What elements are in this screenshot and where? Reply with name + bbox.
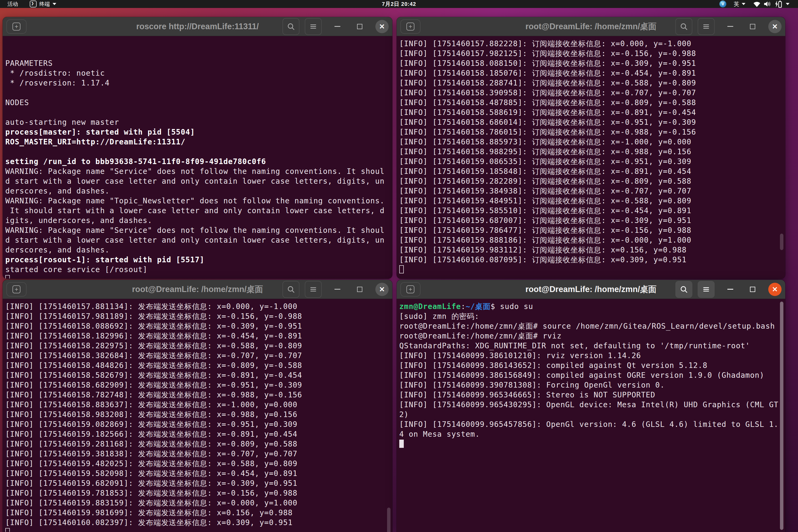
focused-app-menu[interactable]: 终端 bbox=[30, 0, 56, 8]
text-cursor bbox=[399, 265, 404, 273]
terminal-line: [INFO] [1751460158.885973]: 订阅端接收坐标信息: x… bbox=[399, 137, 785, 147]
ime-badge-icon[interactable]: V bbox=[719, 1, 726, 7]
terminal-line: [INFO] [1751460158.782748]: 发布端发送坐标信息: x… bbox=[5, 390, 392, 400]
terminal-line: [INFO] [1751460099.390781308]: Forcing O… bbox=[399, 380, 785, 390]
terminal-line: [INFO] [1751460159.983112]: 订阅端接收坐标信息: x… bbox=[399, 245, 785, 255]
terminal-output-roscore[interactable]: PARAMETERS * /rosdistro: noetic * /rosve… bbox=[3, 36, 392, 279]
new-tab-button[interactable]: + bbox=[6, 282, 26, 297]
menu-button[interactable] bbox=[305, 18, 322, 35]
new-tab-button[interactable]: + bbox=[400, 282, 420, 297]
terminal-line: [INFO] [1751460158.282975]: 发布端发送坐标信息: x… bbox=[5, 341, 392, 351]
window-controls: ✕ bbox=[676, 18, 781, 35]
top-bar-left: 活动 终端 bbox=[0, 0, 719, 8]
new-tab-button[interactable]: + bbox=[400, 19, 420, 34]
terminal-line bbox=[5, 108, 392, 117]
maximize-button[interactable] bbox=[353, 283, 366, 296]
activities-button[interactable]: 活动 bbox=[7, 0, 18, 8]
scrollbar-thumb[interactable] bbox=[780, 302, 783, 530]
terminal-line: [INFO] [1751460159.888186]: 订阅端接收坐标信息: x… bbox=[399, 235, 785, 245]
terminal-line: [INFO] [1751460159.282289]: 订阅端接收坐标信息: x… bbox=[399, 176, 785, 186]
close-button[interactable]: ✕ bbox=[375, 283, 388, 296]
close-button[interactable]: ✕ bbox=[768, 20, 781, 33]
terminal-window-shell: + root@DreamLife: /home/zmn/桌面 ✕ zmn@Dre… bbox=[397, 280, 785, 532]
terminal-line: [INFO] [1751460159.687007]: 订阅端接收坐标信息: x… bbox=[399, 215, 785, 225]
titlebar[interactable]: + roscore http://DreamLife:11311/ ✕ bbox=[3, 17, 392, 36]
search-button[interactable] bbox=[283, 18, 300, 35]
terminal-output-publisher[interactable]: [INFO] [1751460157.881134]: 发布端发送坐标信息: x… bbox=[3, 299, 392, 532]
terminal-line: [INFO] [1751460099.965346665]: Stereo is… bbox=[399, 390, 785, 400]
focused-app-name: 终端 bbox=[39, 1, 50, 8]
terminal-output-subscriber[interactable]: [INFO] [1751460157.882228]: 订阅端接收坐标信息: x… bbox=[397, 36, 785, 279]
maximize-button[interactable] bbox=[746, 283, 759, 296]
terminal-line: 4 on Mesa system. bbox=[399, 429, 785, 439]
close-button[interactable]: ✕ bbox=[768, 283, 781, 296]
text-cursor bbox=[399, 440, 404, 448]
terminal-cursor-line bbox=[399, 265, 785, 274]
desktop: 活动 终端 7月2日 20:42 V 英 bbox=[0, 0, 798, 532]
input-source-button[interactable]: 英 bbox=[734, 0, 745, 8]
terminal-line bbox=[5, 88, 392, 98]
terminal-line: [INFO] [1751460159.883159]: 发布端发送坐标信息: x… bbox=[5, 498, 392, 508]
minimize-button[interactable] bbox=[331, 20, 344, 33]
search-button[interactable] bbox=[676, 281, 692, 298]
minimize-icon bbox=[727, 289, 733, 290]
search-button[interactable] bbox=[283, 281, 300, 298]
terminal-line: derscores, and dashes. bbox=[5, 186, 392, 196]
terminal-line: [INFO] [1751460099.386143652]: compiled … bbox=[399, 361, 785, 370]
new-tab-button[interactable]: + bbox=[6, 19, 26, 34]
terminal-line: NODES bbox=[5, 98, 392, 108]
scrollbar-thumb[interactable] bbox=[780, 234, 783, 250]
terminal-line: root@DreamLife:/home/zmn/桌面# rviz bbox=[399, 331, 785, 341]
menu-button[interactable] bbox=[698, 18, 715, 35]
minimize-button[interactable] bbox=[724, 283, 737, 296]
close-icon: ✕ bbox=[772, 23, 778, 30]
terminal-cursor-line bbox=[399, 439, 785, 449]
terminal-cursor-line bbox=[5, 528, 392, 532]
scrollbar-thumb[interactable] bbox=[387, 508, 391, 532]
window-controls: ✕ bbox=[676, 281, 781, 298]
close-button[interactable]: ✕ bbox=[375, 20, 388, 33]
terminal-line: [INFO] [1751460157.881134]: 发布端发送坐标信息: x… bbox=[5, 302, 392, 311]
titlebar[interactable]: + root@DreamLife: /home/zmn/桌面 ✕ bbox=[397, 17, 785, 36]
terminal-line: [INFO] [1751460159.786477]: 订阅端接收坐标信息: x… bbox=[399, 225, 785, 235]
titlebar[interactable]: + root@DreamLife: /home/zmn/桌面 ✕ bbox=[3, 280, 392, 299]
terminal-line: [INFO] [1751460158.088150]: 订阅端接收坐标信息: x… bbox=[399, 58, 785, 68]
clock-button[interactable]: 7月2日 20:42 bbox=[382, 0, 416, 8]
terminal-line: [INFO] [1751460158.288741]: 订阅端接收坐标信息: x… bbox=[399, 78, 785, 88]
minimize-button[interactable] bbox=[331, 283, 344, 296]
terminal-line: [INFO] [1751460158.883637]: 发布端发送坐标信息: x… bbox=[5, 400, 392, 410]
terminal-line: igits, underscores, and dashes. bbox=[5, 215, 392, 225]
terminal-line: [INFO] [1751460157.882228]: 订阅端接收坐标信息: x… bbox=[399, 39, 785, 49]
minimize-button[interactable] bbox=[724, 20, 737, 33]
terminal-cursor-line bbox=[5, 274, 392, 279]
maximize-button[interactable] bbox=[353, 20, 366, 33]
terminal-line: d start with a lower case letter and onl… bbox=[5, 235, 392, 245]
plus-icon: + bbox=[406, 23, 414, 31]
terminal-line: [INFO] [1751460158.988295]: 订阅端接收坐标信息: x… bbox=[399, 147, 785, 157]
system-menu-button[interactable] bbox=[753, 0, 790, 8]
menu-button[interactable] bbox=[698, 281, 715, 298]
terminal-line: [INFO] [1751460158.682909]: 发布端发送坐标信息: x… bbox=[5, 380, 392, 390]
window-controls: ✕ bbox=[283, 18, 388, 35]
terminal-line: [sudo] zmn 的密码: bbox=[399, 311, 785, 321]
terminal-line: WARNING: Package name "Service" does not… bbox=[5, 167, 392, 176]
terminal-line: [INFO] [1751460158.588619]: 订阅端接收坐标信息: x… bbox=[399, 108, 785, 117]
maximize-icon bbox=[750, 24, 755, 29]
terminal-window-roscore: + roscore http://DreamLife:11311/ ✕ PARA… bbox=[3, 17, 392, 279]
terminal-line: derscores, and dashes. bbox=[5, 245, 392, 255]
window-title: root@DreamLife: /home/zmn/桌面 bbox=[525, 284, 657, 295]
menu-button[interactable] bbox=[305, 281, 322, 298]
terminal-line: [INFO] [1751460160.087095]: 订阅端接收坐标信息: x… bbox=[399, 255, 785, 265]
battery-charging-icon bbox=[774, 0, 783, 8]
maximize-icon bbox=[357, 287, 362, 292]
terminal-output-shell[interactable]: zmn@DreamLife:~/桌面$ sudo su[sudo] zmn 的密… bbox=[397, 299, 785, 532]
terminal-line: ROS_MASTER_URI=http://DreamLife:11311/ bbox=[5, 137, 392, 147]
terminal-line: [INFO] [1751460158.786015]: 订阅端接收坐标信息: x… bbox=[399, 127, 785, 137]
terminal-line: [INFO] [1751460159.585510]: 订阅端接收坐标信息: x… bbox=[399, 206, 785, 215]
search-button[interactable] bbox=[676, 18, 692, 35]
terminal-line: [INFO] [1751460159.384938]: 订阅端接收坐标信息: x… bbox=[399, 186, 785, 196]
titlebar[interactable]: + root@DreamLife: /home/zmn/桌面 ✕ bbox=[397, 280, 785, 299]
maximize-button[interactable] bbox=[746, 20, 759, 33]
terminal-line: [INFO] [1751460159.582098]: 发布端发送坐标信息: x… bbox=[5, 469, 392, 478]
plus-icon: + bbox=[13, 23, 20, 31]
